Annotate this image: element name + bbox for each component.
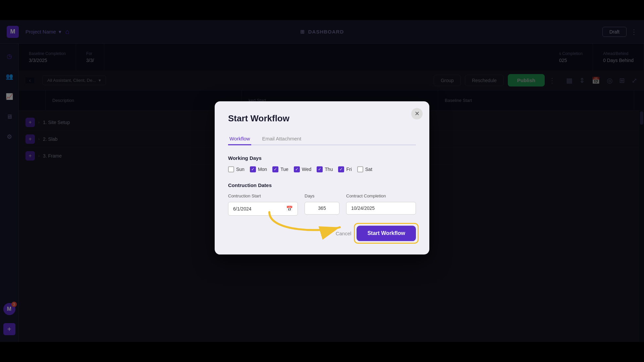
dates-grid: Contruction Start 6/1/2024 📅 Days 365 Co… bbox=[228, 193, 416, 216]
tab-workflow[interactable]: Workflow bbox=[228, 133, 251, 145]
checkbox-thu[interactable] bbox=[317, 166, 323, 172]
construction-start-value: 6/1/2024 bbox=[233, 206, 252, 212]
day-label-wed: Wed bbox=[302, 167, 312, 172]
working-days-section: Working Days Sun Mon Tue Wed bbox=[228, 155, 416, 172]
calendar-icon: 📅 bbox=[286, 205, 293, 212]
cancel-button[interactable]: Cancel bbox=[336, 231, 352, 236]
checkbox-mon[interactable] bbox=[250, 166, 256, 172]
day-label-thu: Thu bbox=[325, 167, 333, 172]
day-fri: Fri bbox=[338, 166, 352, 172]
annotation-highlight-box bbox=[354, 223, 419, 244]
day-wed: Wed bbox=[294, 166, 312, 172]
working-days-label: Working Days bbox=[228, 155, 416, 161]
day-label-sat: Sat bbox=[365, 167, 372, 172]
construction-start-col: Contruction Start 6/1/2024 📅 bbox=[228, 193, 298, 216]
day-label-sun: Sun bbox=[236, 167, 245, 172]
modal-tabs: Workflow Email Attachment bbox=[228, 133, 416, 145]
checkbox-fri[interactable] bbox=[338, 166, 344, 172]
tab-email-attachment[interactable]: Email Attachment bbox=[261, 133, 303, 145]
contract-completion-input[interactable]: 10/24/2025 bbox=[346, 202, 416, 215]
modal-title: Start Workflow bbox=[228, 113, 416, 124]
days-label: Days bbox=[305, 193, 339, 198]
days-col: Days 365 bbox=[305, 193, 339, 216]
contract-completion-col: Contract Completion 10/24/2025 bbox=[346, 193, 416, 216]
construction-dates-label: Contruction Dates bbox=[228, 182, 416, 188]
day-sun: Sun bbox=[228, 166, 245, 172]
construction-start-label: Contruction Start bbox=[228, 193, 298, 198]
day-label-tue: Tue bbox=[280, 167, 288, 172]
days-input[interactable]: 365 bbox=[305, 202, 339, 215]
checkbox-wed[interactable] bbox=[294, 166, 300, 172]
modal-close-button[interactable]: ✕ bbox=[411, 108, 423, 119]
contract-completion-label: Contract Completion bbox=[346, 193, 416, 198]
working-days-checkboxes: Sun Mon Tue Wed Thu bbox=[228, 166, 416, 172]
checkbox-sat[interactable] bbox=[357, 166, 363, 172]
day-label-mon: Mon bbox=[258, 167, 267, 172]
construction-start-input[interactable]: 6/1/2024 📅 bbox=[228, 202, 298, 216]
construction-dates-section: Contruction Dates Contruction Start 6/1/… bbox=[228, 182, 416, 216]
contract-completion-value: 10/24/2025 bbox=[351, 205, 375, 211]
checkbox-tue[interactable] bbox=[272, 166, 278, 172]
day-label-fri: Fri bbox=[346, 167, 352, 172]
checkbox-sun[interactable] bbox=[228, 166, 234, 172]
day-tue: Tue bbox=[272, 166, 288, 172]
day-thu: Thu bbox=[317, 166, 333, 172]
day-sat: Sat bbox=[357, 166, 372, 172]
day-mon: Mon bbox=[250, 166, 267, 172]
